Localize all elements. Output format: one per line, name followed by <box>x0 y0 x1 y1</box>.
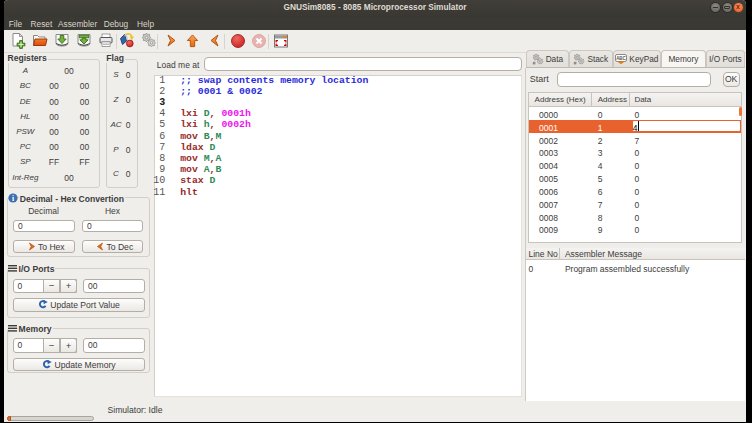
svg-text:ABC: ABC <box>616 56 626 61</box>
svg-text:i: i <box>12 194 14 203</box>
